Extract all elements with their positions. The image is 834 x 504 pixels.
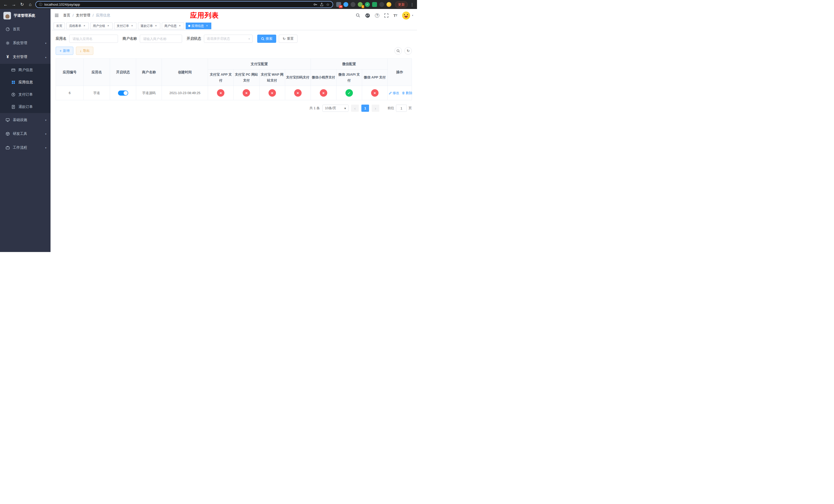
font-size-icon[interactable]: TT	[393, 13, 397, 18]
tab-user-group[interactable]: 用户分组 ×	[90, 23, 113, 29]
user-avatar[interactable]	[402, 12, 410, 20]
tab-close-icon[interactable]: ×	[154, 24, 158, 28]
col-header-merchant: 商户名称	[136, 59, 162, 86]
tab-close-icon[interactable]: ×	[83, 24, 86, 28]
cube-icon	[6, 132, 10, 136]
cell-merchant: 芋道源码	[136, 86, 162, 100]
breadcrumb-payment[interactable]: 支付管理	[76, 13, 90, 18]
extension-green-icon[interactable]	[372, 2, 377, 7]
status-select[interactable]: 请选择开启状态 ▾	[204, 35, 253, 43]
apps-table: 应用编号 应用名 开启状态 商户名称 创建时间 支付宝配置 微信配置 操作 支付…	[56, 59, 412, 100]
tab-home[interactable]: 首页	[53, 23, 65, 29]
alipay-pc-status-icon: ×	[243, 89, 250, 97]
wx-jsapi-status-icon: ✓	[346, 89, 353, 97]
sidebar-item-label: 退款订单	[19, 105, 33, 109]
sidebar-item-workflow[interactable]: 工作流程 ▾	[0, 141, 50, 155]
tab-refund-orders[interactable]: 退款订单 ×	[138, 23, 160, 29]
tab-app-info[interactable]: 应用信息 ×	[186, 23, 211, 29]
bookmark-star-icon[interactable]: ☆	[326, 2, 330, 7]
avatar-caret-icon[interactable]: ▾	[412, 14, 413, 17]
add-button-label: 新增	[63, 48, 69, 53]
breadcrumb-home[interactable]: 首页	[63, 13, 70, 18]
card-icon	[11, 68, 15, 72]
breadcrumb-current: 应用信息	[96, 13, 110, 18]
alipay-app-status-icon: ×	[217, 89, 224, 97]
sidebar-item-merchant-info[interactable]: 商户信息	[0, 64, 50, 76]
tab-close-icon[interactable]: ×	[106, 24, 110, 28]
sidebar-collapse-icon[interactable]	[54, 13, 59, 18]
sidebar-item-refund-orders[interactable]: 退款订单	[0, 101, 50, 113]
cell-app-id: 6	[56, 86, 84, 100]
sidebar-item-pay-orders[interactable]: 支付订单	[0, 88, 50, 101]
wechat-extension-icon[interactable]: ✓	[365, 2, 370, 7]
current-page-button[interactable]: 1	[361, 105, 369, 112]
extension-drop-icon[interactable]	[344, 2, 348, 7]
delete-button[interactable]: 删除	[402, 91, 412, 95]
cell-status	[110, 86, 136, 100]
cell-created: 2021-10-23 08:49:25	[162, 86, 208, 100]
browser-home-icon[interactable]: ⌂	[27, 2, 33, 8]
col-header-created: 创建时间	[162, 59, 208, 86]
briefcase-icon	[6, 145, 10, 150]
puzzle-extension-icon[interactable]	[379, 2, 384, 7]
password-key-icon[interactable]	[313, 3, 317, 6]
app-name-input[interactable]	[69, 35, 118, 43]
fullscreen-icon[interactable]	[384, 13, 389, 18]
cell-alipay-wap: ×	[259, 86, 285, 100]
browser-forward-icon[interactable]: →	[11, 2, 17, 8]
search-icon[interactable]	[356, 13, 360, 18]
next-page-button[interactable]: ›	[372, 105, 379, 112]
merchant-name-input[interactable]	[140, 35, 182, 43]
export-button[interactable]: ↓ 导出	[76, 47, 93, 55]
extension-icon[interactable]: 10	[336, 2, 341, 7]
sidebar-item-payment[interactable]: ¥ 支付管理 ▴	[0, 50, 50, 64]
toggle-search-button[interactable]	[394, 47, 402, 54]
reset-button[interactable]: ↻ 重置	[279, 35, 298, 43]
sidebar-item-app-info[interactable]: 应用信息	[0, 76, 50, 88]
col-header-alipay-qr: 支付宝扫码支付	[285, 69, 311, 86]
col-header-wx-app: 微信 APP 支付	[362, 69, 388, 86]
github-icon[interactable]	[365, 13, 370, 18]
address-bar[interactable]: ⓘ localhost:1024/pay/app ☆	[36, 1, 333, 8]
search-icon	[261, 37, 264, 41]
browser-menu-icon[interactable]: ⋮	[410, 2, 414, 7]
edit-button[interactable]: 修改	[389, 91, 399, 95]
tab-pay-orders[interactable]: 支付订单 ×	[114, 23, 136, 29]
tab-process-form[interactable]: 流程表单 ×	[66, 23, 89, 29]
url-text[interactable]: localhost:1024/pay/app	[44, 3, 311, 6]
tab-close-icon[interactable]: ×	[205, 24, 209, 28]
edit-button-label: 修改	[393, 91, 399, 95]
goto-page-input[interactable]	[396, 105, 407, 112]
sidebar-item-infra[interactable]: 基础设施 ▾	[0, 113, 50, 127]
browser-back-icon[interactable]: ←	[3, 2, 9, 8]
tab-merchant-info[interactable]: 商户信息 ×	[162, 23, 184, 29]
help-icon[interactable]: ?	[375, 13, 379, 18]
search-button[interactable]: 搜索	[257, 35, 276, 43]
add-button[interactable]: + 新增	[56, 47, 73, 55]
col-header-alipay-app: 支付宝 APP 支付	[208, 69, 234, 86]
filter-form: 应用名 商户名称 开启状态 请选择开启状态 ▾ 搜索	[56, 35, 412, 43]
prev-page-button[interactable]: ‹	[351, 105, 359, 112]
sidebar-item-devtools[interactable]: 研发工具 ▾	[0, 127, 50, 141]
col-header-status: 开启状态	[110, 59, 136, 86]
sidebar-item-label: 基础设施	[13, 118, 27, 122]
sidebar-item-label: 工作流程	[13, 145, 27, 150]
trash-icon	[402, 92, 405, 95]
status-toggle[interactable]	[118, 91, 128, 96]
site-info-icon[interactable]: ⓘ	[39, 2, 42, 7]
share-icon[interactable]	[320, 3, 324, 6]
emoji-extension-icon[interactable]	[387, 2, 391, 7]
tab-close-icon[interactable]: ×	[178, 24, 181, 28]
sidebar-item-system[interactable]: 系统管理 ▾	[0, 36, 50, 50]
page-size-select[interactable]: 10条/页 ▾	[322, 105, 349, 112]
sidebar-item-home[interactable]: 首页	[0, 22, 50, 36]
tab-close-icon[interactable]: ×	[130, 24, 134, 28]
browser-update-button[interactable]: 更新	[395, 1, 408, 8]
extension-icon[interactable]: 1	[358, 2, 363, 7]
refresh-table-button[interactable]: ↻	[404, 47, 412, 54]
browser-reload-icon[interactable]: ↻	[19, 2, 25, 8]
extension-dark-icon[interactable]	[351, 2, 355, 7]
group-header-alipay: 支付宝配置	[208, 59, 311, 69]
app-logo[interactable]: 芋道管理系统	[0, 9, 50, 22]
goto-suffix: 页	[409, 106, 412, 111]
